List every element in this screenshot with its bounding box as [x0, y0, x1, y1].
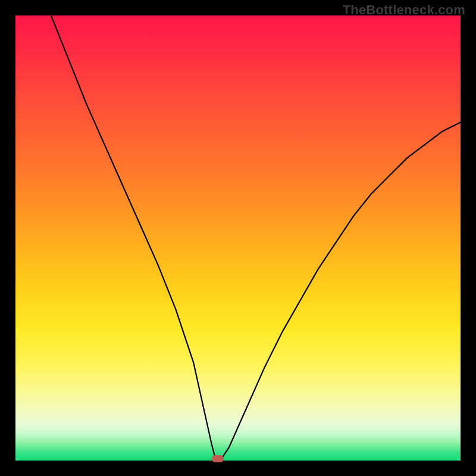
bottleneck-curve — [15, 15, 461, 461]
optimal-point-marker — [212, 455, 224, 462]
plot-area — [15, 15, 461, 461]
watermark-text: TheBottleneck.com — [343, 2, 465, 18]
chart-frame: TheBottleneck.com — [0, 0, 476, 476]
